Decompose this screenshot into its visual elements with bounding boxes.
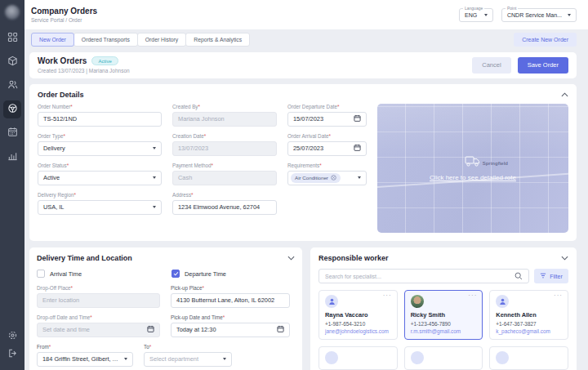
language-select-value: ENG [465, 12, 477, 18]
sidebar [0, 0, 24, 370]
requirements-label: Requirements* [287, 163, 367, 168]
steering-wheel-icon [7, 102, 18, 117]
dropoff-place-label: Drop-Off Place* [37, 285, 160, 291]
order-number-input[interactable]: TS-512/1ND [38, 112, 162, 127]
main-area: Company Orders Service Portal / Order La… [24, 0, 588, 370]
breadcrumb: Service Portal / Order [31, 17, 97, 23]
delivery-time-location-card: Delivery Time and Location Arrival Time … [29, 247, 302, 370]
arrival-date-label: Order Arrival Date* [287, 133, 367, 139]
cancel-button[interactable]: Cancel [472, 57, 510, 74]
delivery-region-select[interactable]: USA, IL [38, 200, 162, 215]
sidebar-item-logout[interactable] [3, 345, 21, 363]
tab-order-history[interactable]: Order History [137, 33, 186, 47]
tab-bar: New Order Ordered Transports Order Histo… [24, 29, 588, 49]
calendar-icon [7, 126, 18, 140]
collapse-chevron-down-icon[interactable] [561, 256, 568, 261]
specialist-search-box[interactable] [318, 269, 529, 283]
chevron-down-icon [358, 176, 361, 179]
search-icon[interactable] [514, 269, 523, 283]
arrival-date-input[interactable]: 25/07/2023 [287, 141, 367, 156]
point-select-value: CNDR Service Man... [507, 12, 562, 18]
work-orders-title: Work Orders [38, 56, 87, 65]
save-order-button[interactable]: Save Order [518, 57, 568, 74]
requirement-chip[interactable]: Air Conditioner [291, 173, 341, 183]
avatar-photo [411, 295, 424, 308]
collapse-chevron-up-icon[interactable] [561, 92, 568, 97]
arrival-time-checkbox[interactable]: Arrival Time [37, 270, 172, 278]
order-type-select[interactable]: Delivery [38, 141, 162, 156]
tab-ordered-transports[interactable]: Ordered Transports [74, 33, 138, 47]
address-input[interactable]: 1234 Elmwood Avenue, 62704 [172, 200, 277, 215]
checkbox-checked[interactable] [172, 270, 180, 278]
chip-remove-icon[interactable] [331, 175, 336, 181]
to-select[interactable]: Select department [144, 352, 232, 367]
worker-name: Kenneth Allen [496, 311, 562, 319]
route-map[interactable]: Springfield Click here to see detailed r… [377, 104, 568, 233]
worker-card[interactable]: ··· Rayna Vaccaro +1-987-654-3210 jane@j… [318, 290, 398, 340]
detailed-route-link[interactable]: Click here to see detailed rote [430, 174, 516, 181]
collapse-chevron-down-icon[interactable] [287, 256, 295, 261]
users-icon [7, 78, 18, 93]
language-select[interactable]: Language ENG [459, 8, 493, 22]
responsible-worker-card: Responsible worker Filter [310, 247, 577, 370]
filter-button[interactable]: Filter [534, 269, 568, 283]
more-options-icon[interactable]: ··· [468, 292, 477, 299]
chevron-down-icon [223, 358, 226, 360]
dashboard-grid-icon [7, 31, 18, 46]
from-select[interactable]: 184 Griffin Street, Gilbert, A... [37, 352, 133, 367]
chevron-down-icon [153, 147, 156, 149]
worker-email[interactable]: jane@johndoelogistics.com [325, 328, 391, 334]
checkbox-unchecked[interactable] [37, 270, 45, 278]
order-status-select[interactable]: Active [38, 171, 162, 185]
worker-card[interactable] [404, 346, 483, 370]
delivery-section-title: Delivery Time and Location [37, 254, 132, 262]
point-select[interactable]: Point CNDR Service Man... [501, 8, 577, 22]
order-number-label: Order Number* [38, 104, 162, 109]
pickup-datetime-input[interactable]: Today at 12:30 [171, 323, 290, 337]
settings-gear-icon [7, 329, 18, 344]
order-type-label: Order Type* [38, 133, 162, 139]
sidebar-item-analytics[interactable] [3, 148, 21, 166]
dropoff-datetime-label: Drop-off Date and Time* [37, 314, 160, 320]
worker-card[interactable] [489, 346, 568, 370]
top-bar: Company Orders Service Portal / Order La… [24, 0, 588, 29]
more-options-icon[interactable]: ··· [383, 292, 392, 299]
avatar [325, 295, 338, 308]
avatar [411, 351, 424, 364]
to-label: To* [144, 344, 232, 350]
order-status-label: Order Status* [38, 163, 162, 168]
worker-card[interactable]: ··· Kenneth Allen +1-647-367-3827 k_pach… [489, 290, 568, 340]
requirements-select[interactable]: Air Conditioner [287, 171, 367, 185]
order-details-card: Order Details Order Number* TS-512/1ND O… [29, 84, 577, 241]
payment-method-label: Payment Method* [172, 163, 277, 168]
sidebar-item-packages[interactable] [3, 53, 21, 71]
avatar [325, 351, 338, 364]
specialist-search-input[interactable] [325, 274, 514, 279]
sidebar-item-schedule[interactable] [3, 124, 21, 142]
sidebar-item-settings[interactable] [3, 328, 21, 345]
calendar-icon [354, 144, 361, 153]
pickup-place-input[interactable]: 4130 Butternut Lane, Alton, IL 62002 [171, 293, 290, 308]
sidebar-item-customers[interactable] [3, 77, 21, 95]
worker-card-selected[interactable]: ··· Ricky Smith +1-123-456-7890 r.m.smit… [404, 290, 483, 340]
chevron-down-icon [484, 14, 488, 16]
work-orders-subtitle: Created 13/07/2023 | Mariana Johnson [38, 68, 130, 74]
sidebar-item-dashboard[interactable] [3, 29, 21, 47]
departure-time-checkbox[interactable]: Departure Time [172, 270, 226, 278]
calendar-icon [354, 114, 361, 123]
creation-date-input: 13/07/2023 [172, 141, 277, 156]
point-select-label: Point [506, 6, 518, 11]
worker-phone: +1-647-367-3827 [496, 321, 562, 327]
calendar-icon [277, 325, 284, 334]
departure-date-input[interactable]: 15/07/2023 [287, 112, 367, 127]
created-by-label: Created By* [172, 104, 277, 109]
tab-new-order[interactable]: New Order [31, 33, 74, 47]
worker-email[interactable]: r.m.smith@gmail.com [411, 328, 477, 334]
more-options-icon[interactable]: ··· [554, 292, 563, 299]
create-new-order-button[interactable]: Create New Order [514, 33, 577, 47]
sidebar-item-orders[interactable] [3, 100, 21, 118]
page-title: Company Orders [31, 7, 97, 16]
dropoff-place-input: Enter location [37, 293, 160, 308]
worker-card[interactable] [318, 346, 398, 370]
tab-reports-analytics[interactable]: Reports & Analytics [185, 33, 250, 47]
